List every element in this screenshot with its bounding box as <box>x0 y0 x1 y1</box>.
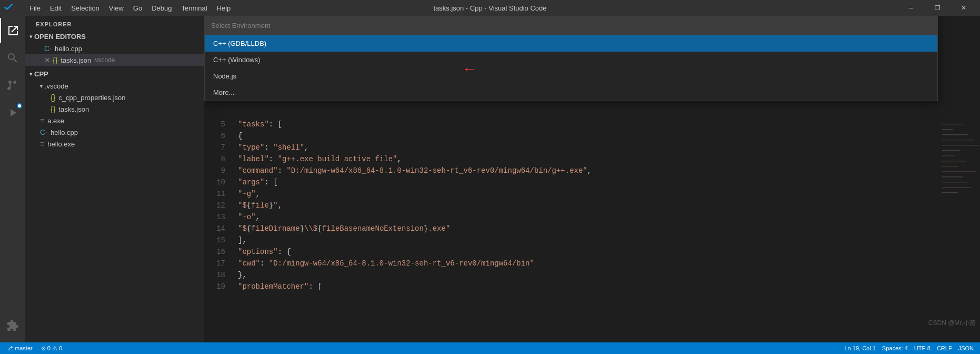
open-editors-section[interactable]: ▾ OPEN EDITORS <box>25 31 204 43</box>
code-line: "options": { <box>238 246 938 258</box>
exe-icon-1: ≡ <box>40 116 44 125</box>
status-encoding[interactable]: UTF-8 <box>912 345 933 351</box>
tasks-json-sidebar-label: tasks.json <box>58 105 89 113</box>
line-number: 11 <box>208 188 225 200</box>
svg-rect-1 <box>942 124 963 125</box>
activity-bar <box>0 16 25 342</box>
svg-rect-9 <box>942 166 958 167</box>
status-errors[interactable]: ⊗ 0 ⚠ 0 <box>39 345 64 352</box>
code-editor[interactable]: 5678910111213141516171819 "tasks": [ { "… <box>204 119 980 342</box>
line-number: 14 <box>208 223 225 234</box>
code-line: "type": "shell", <box>238 142 938 153</box>
main-area: EXPLORER ▾ OPEN EDITORS C· hello.cpp ✕ {… <box>0 16 980 342</box>
menu-terminal[interactable]: Terminal <box>177 3 211 13</box>
menu-debug[interactable]: Debug <box>147 3 176 13</box>
env-option-cpp-gdb[interactable]: C++ (GDB/LLDB) <box>205 35 937 52</box>
c-cpp-properties-file[interactable]: {} c_cpp_properties.json <box>25 92 204 103</box>
code-content[interactable]: "tasks": [ { "type": "shell", "label": "… <box>229 119 938 342</box>
tasks-json-label: tasks.json <box>61 56 91 64</box>
search-activity-icon[interactable] <box>0 45 25 71</box>
open-editor-hello-cpp[interactable]: C· hello.cpp <box>25 43 204 54</box>
menu-view[interactable]: View <box>105 3 128 13</box>
code-line: "${file}", <box>238 200 938 211</box>
menu-go[interactable]: Go <box>129 3 146 13</box>
menu-selection[interactable]: Selection <box>67 3 103 13</box>
sidebar: EXPLORER ▾ OPEN EDITORS C· hello.cpp ✕ {… <box>25 16 204 342</box>
cpp-section[interactable]: ▾ CPP <box>25 68 204 80</box>
env-option-cpp-windows[interactable]: C++ (Windows) <box>205 52 937 68</box>
line-number: 10 <box>208 176 225 188</box>
title-bar: File Edit Selection View Go Debug Termin… <box>0 0 980 16</box>
line-number: 19 <box>208 281 225 292</box>
status-branch[interactable]: ⎇ master <box>4 345 35 352</box>
json-file-icon: {} <box>53 56 57 64</box>
line-number: 16 <box>208 246 225 258</box>
svg-rect-13 <box>942 187 971 188</box>
select-environment-input[interactable] <box>205 16 937 35</box>
cpp-section-label: CPP <box>34 70 48 78</box>
window-controls: ─ ❐ ✕ <box>899 0 976 16</box>
status-spaces[interactable]: Spaces: 4 <box>880 345 910 351</box>
minimap <box>938 119 980 342</box>
menu-file[interactable]: File <box>25 3 45 13</box>
tasks-json-file[interactable]: {} tasks.json <box>25 103 204 115</box>
open-editor-tasks-json[interactable]: ✕ {} tasks.json .vscode <box>25 54 204 66</box>
window-title: tasks.json - Cpp - Visual Studio Code <box>433 4 546 12</box>
close-tasks-icon[interactable]: ✕ <box>44 56 51 64</box>
minimize-button[interactable]: ─ <box>899 0 923 16</box>
vscode-logo-icon <box>4 3 15 13</box>
a-exe-file[interactable]: ≡ a.exe <box>25 115 204 126</box>
select-environment-dropdown[interactable]: C++ (GDB/LLDB) C++ (Windows) Node.js Mor… <box>204 16 938 101</box>
vscode-chevron: ▾ <box>40 83 43 89</box>
line-number: 6 <box>208 130 225 142</box>
svg-rect-4 <box>942 140 974 141</box>
hello-cpp-label: hello.cpp <box>55 45 82 53</box>
explorer-activity-icon[interactable] <box>0 18 25 43</box>
code-line: "-o", <box>238 211 938 223</box>
hello-exe-file[interactable]: ≡ hello.exe <box>25 138 204 150</box>
code-line: "args": [ <box>238 176 938 188</box>
status-crlf[interactable]: CRLF <box>935 345 954 351</box>
sidebar-title: EXPLORER <box>25 16 204 31</box>
code-line: "command": "D:/mingw-w64/x86_64-8.1.0-wi… <box>238 165 938 176</box>
a-exe-label: a.exe <box>47 117 64 125</box>
code-line: "tasks": [ <box>238 119 938 130</box>
code-line: "cwd": "D:/mingw-w64/x86_64-8.1.0-win32-… <box>238 258 938 269</box>
line-number: 9 <box>208 165 225 176</box>
hello-cpp-sidebar-label: hello.cpp <box>51 129 78 136</box>
status-bar: ⎇ master ⊗ 0 ⚠ 0 Ln 19, Col 1 Spaces: 4 … <box>0 342 980 354</box>
svg-rect-5 <box>942 145 979 146</box>
line-number: 12 <box>208 200 225 211</box>
env-option-nodejs[interactable]: Node.js <box>205 68 937 84</box>
close-button[interactable]: ✕ <box>952 0 976 16</box>
c-cpp-properties-label: c_cpp_properties.json <box>58 94 125 102</box>
maximize-button[interactable]: ❐ <box>925 0 949 16</box>
svg-rect-11 <box>942 176 963 178</box>
svg-rect-7 <box>942 155 955 156</box>
line-number: 17 <box>208 258 225 269</box>
extensions-activity-icon[interactable] <box>0 313 25 338</box>
status-language[interactable]: JSON <box>956 345 976 351</box>
line-number: 13 <box>208 211 225 223</box>
run-activity-icon[interactable] <box>0 100 25 125</box>
menu-bar: File Edit Selection View Go Debug Termin… <box>25 3 235 13</box>
code-line: ], <box>238 234 938 246</box>
cpp-chevron: ▾ <box>29 71 32 77</box>
editor-area: C++ (GDB/LLDB) C++ (Windows) Node.js Mor… <box>204 16 980 342</box>
line-numbers: 5678910111213141516171819 <box>204 119 229 342</box>
open-editors-chevron: ▾ <box>29 34 32 40</box>
hello-exe-label: hello.exe <box>47 140 75 148</box>
status-line-col[interactable]: Ln 19, Col 1 <box>843 345 878 351</box>
hello-cpp-sidebar[interactable]: C· hello.cpp <box>25 126 204 138</box>
menu-edit[interactable]: Edit <box>46 3 66 13</box>
line-number: 5 <box>208 119 225 130</box>
line-number: 7 <box>208 142 225 153</box>
vscode-folder[interactable]: ▾ .vscode <box>25 80 204 92</box>
tasks-json-path: .vscode <box>93 56 115 64</box>
line-number: 8 <box>208 153 225 165</box>
open-editors-label: OPEN EDITORS <box>34 33 86 41</box>
menu-help[interactable]: Help <box>213 3 235 13</box>
source-control-activity-icon[interactable] <box>0 73 25 98</box>
svg-rect-6 <box>942 150 961 151</box>
env-option-more[interactable]: More... <box>205 84 937 101</box>
